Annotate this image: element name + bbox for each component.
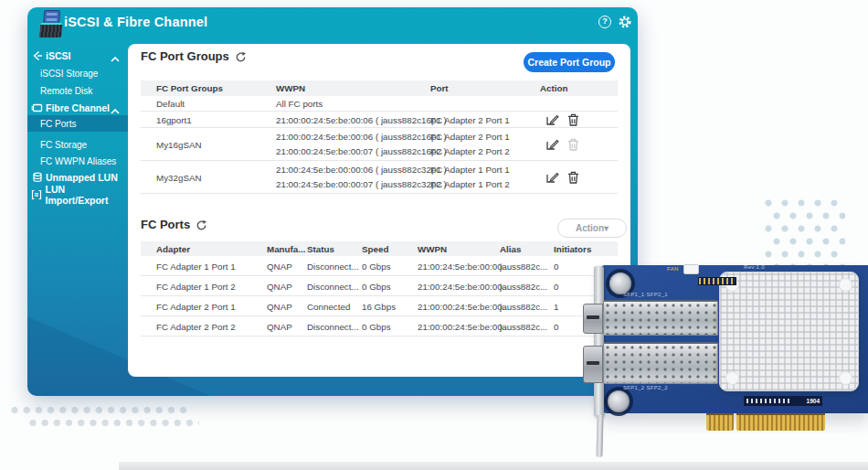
heatsink-pad bbox=[726, 372, 738, 384]
sidebar-item-lun-import-export[interactable]: LUN Import/Export bbox=[27, 187, 128, 203]
edit-icon[interactable] bbox=[545, 137, 559, 151]
port-groups-table-header: FC Port Groups WWPN Port Action bbox=[141, 80, 618, 96]
edit-icon[interactable] bbox=[545, 170, 559, 184]
sidebar-item-label: Remote Disk bbox=[40, 86, 92, 96]
sidebar-item-remote-disk[interactable]: Remote Disk bbox=[27, 82, 128, 99]
port-initiators: 1 bbox=[554, 301, 558, 311]
help-icon[interactable]: ? bbox=[598, 16, 611, 28]
table-row[interactable]: FC Adapter 2 Port 2 QNAP Disconnect... 0… bbox=[141, 316, 618, 336]
delete-icon[interactable] bbox=[567, 112, 579, 126]
table-row[interactable]: FC Adapter 2 Port 1 QNAP Connected 16 Gb… bbox=[141, 296, 618, 316]
fc-ports-section-title: FC Ports bbox=[141, 218, 207, 231]
port-speed: 0 Gbps bbox=[362, 321, 391, 331]
port-manufacturer: QNAP bbox=[267, 261, 292, 271]
port-wwpn: 21:00:00:24:5e:be:00... bbox=[418, 301, 510, 311]
refresh-icon[interactable] bbox=[235, 51, 247, 63]
group-port: FC Adapter 2 Port 1FC Adapter 2 Port 2 bbox=[430, 130, 510, 159]
sfp-top-label: SFP1_1 SFP2_1 bbox=[623, 292, 668, 297]
help-glyph: ? bbox=[602, 16, 608, 26]
port-status: Disconnect... bbox=[307, 321, 359, 331]
sidebar-item-label: Fibre Channel bbox=[46, 102, 110, 113]
column-header: Port bbox=[430, 80, 449, 96]
group-wwpn: 21:00:24:5e:be:00:00:06 ( jauss882c32p1 … bbox=[276, 163, 447, 192]
dots-pattern-bottom-left-row1 bbox=[11, 406, 192, 414]
sidebar-item-fc-ports[interactable]: FC Ports bbox=[27, 115, 128, 132]
sfp-bottom-label: SFP1_2 SFP2_2 bbox=[623, 385, 668, 390]
heatsink-pad bbox=[840, 279, 852, 291]
column-header: Speed bbox=[362, 241, 388, 257]
sfp-port-1 bbox=[583, 304, 603, 334]
table-row[interactable]: My16gSAN 21:00:00:24:5e:be:00:06 ( jauss… bbox=[141, 128, 618, 161]
photo-table-edge bbox=[119, 462, 868, 470]
iscsi-icon bbox=[31, 50, 43, 61]
delete-icon-disabled bbox=[567, 137, 579, 151]
delete-icon[interactable] bbox=[567, 170, 579, 184]
table-row[interactable]: My32gSAN 21:00:24:5e:be:00:00:06 ( jauss… bbox=[141, 161, 618, 194]
group-port: FC Adapter 2 Port 1 bbox=[430, 114, 510, 124]
table-row[interactable]: Default All FC ports bbox=[141, 96, 618, 112]
port-groups-table: FC Port Groups WWPN Port Action Default … bbox=[141, 80, 618, 194]
card-screw-bottom bbox=[608, 390, 630, 412]
sidebar-item-iscsi-storage[interactable]: iSCSI Storage bbox=[27, 65, 128, 81]
fan-connector bbox=[683, 264, 699, 274]
sidebar-item-fibre-channel[interactable]: Fibre Channel bbox=[27, 100, 128, 116]
sidebar-item-iscsi[interactable]: iSCSI bbox=[27, 48, 128, 64]
app-window: iSCSI & Fibre Channel ? iSCSI iSCSI Stor… bbox=[27, 7, 638, 396]
port-alias: jauss882c... bbox=[500, 261, 547, 271]
group-wwpn: All FC ports bbox=[276, 99, 323, 109]
import-export-icon bbox=[31, 189, 43, 200]
port-manufacturer: QNAP bbox=[267, 281, 292, 291]
gear-icon[interactable] bbox=[618, 15, 632, 33]
content-panel: FC Port Groups Create Port Group FC Port… bbox=[128, 44, 630, 377]
sidebar-item-label: LUN Import/Export bbox=[46, 184, 128, 206]
port-speed: 0 Gbps bbox=[362, 281, 391, 291]
sfp-cage-bottom bbox=[603, 342, 718, 384]
port-alias: jauss882c... bbox=[500, 321, 547, 331]
heatsink-pad bbox=[840, 372, 852, 384]
port-initiators: 0 bbox=[554, 281, 558, 291]
card-serial-label: 1904 bbox=[744, 396, 822, 406]
group-name: Default bbox=[156, 99, 185, 109]
table-row[interactable]: FC Adapter 1 Port 2 QNAP Disconnect... 0… bbox=[141, 276, 618, 296]
table-row[interactable]: FC Adapter 1 Port 1 QNAP Disconnect... 0… bbox=[141, 256, 618, 276]
dots-pattern-right bbox=[765, 199, 845, 265]
port-adapter: FC Adapter 1 Port 2 bbox=[156, 281, 236, 291]
port-groups-section-title: FC Port Groups bbox=[141, 49, 247, 63]
port-speed: 0 Gbps bbox=[362, 261, 391, 271]
column-header: Initiators bbox=[554, 241, 591, 257]
refresh-icon[interactable] bbox=[196, 219, 207, 231]
port-wwpn: 21:00:00:24:5e:be:00... bbox=[418, 321, 510, 331]
nas-illustration-bottom bbox=[39, 23, 62, 37]
card-bracket-tail bbox=[596, 415, 603, 457]
port-manufacturer: QNAP bbox=[267, 321, 292, 331]
column-header: Status bbox=[307, 241, 334, 257]
pcie-gold-fingers-short bbox=[706, 413, 734, 431]
nas-illustration-top bbox=[43, 10, 60, 24]
port-status: Disconnect... bbox=[307, 281, 359, 291]
port-wwpn: 21:00:24:5e:be:00:00... bbox=[418, 281, 510, 291]
action-dropdown-button[interactable]: Action▾ bbox=[557, 219, 627, 238]
fibre-channel-icon bbox=[31, 102, 43, 113]
table-row[interactable]: 16gport1 21:00:00:24:5e:be:00:06 ( jauss… bbox=[141, 112, 618, 128]
sidebar-item-fc-wwpn-aliases[interactable]: FC WWPN Aliases bbox=[27, 153, 128, 169]
sidebar-item-label: iSCSI bbox=[46, 50, 70, 61]
column-header: Adapter bbox=[156, 241, 190, 257]
port-initiators: 0 bbox=[554, 321, 558, 331]
group-port: FC Adapter 1 Port 1FC Adapter 1 Port 2 bbox=[430, 163, 510, 192]
edit-icon[interactable] bbox=[545, 112, 559, 126]
dots-pattern-bottom-left-row2 bbox=[29, 419, 199, 427]
sfp-cage-top bbox=[603, 300, 718, 336]
port-initiators: 0 bbox=[554, 261, 558, 271]
port-alias: jauss882c... bbox=[500, 281, 547, 291]
chevron-up-icon[interactable] bbox=[111, 53, 120, 64]
sidebar-item-label: Unmapped LUN bbox=[46, 172, 118, 183]
port-wwpn: 21:00:24:5e:be:00:00... bbox=[418, 261, 510, 271]
fc-ports-table: Adapter Manufa... Status Speed WWPN Alia… bbox=[141, 241, 618, 336]
create-port-group-button[interactable]: Create Port Group bbox=[524, 52, 615, 72]
group-wwpn: 21:00:00:24:5e:be:00:06 ( jauss882c16p1 … bbox=[276, 114, 447, 124]
port-status: Disconnect... bbox=[307, 261, 359, 271]
group-name: 16gport1 bbox=[156, 114, 192, 124]
screenshot-canvas: iSCSI & Fibre Channel ? iSCSI iSCSI Stor… bbox=[0, 0, 868, 470]
port-adapter: FC Adapter 1 Port 1 bbox=[156, 261, 236, 271]
sidebar-item-fc-storage[interactable]: FC Storage bbox=[27, 136, 128, 153]
